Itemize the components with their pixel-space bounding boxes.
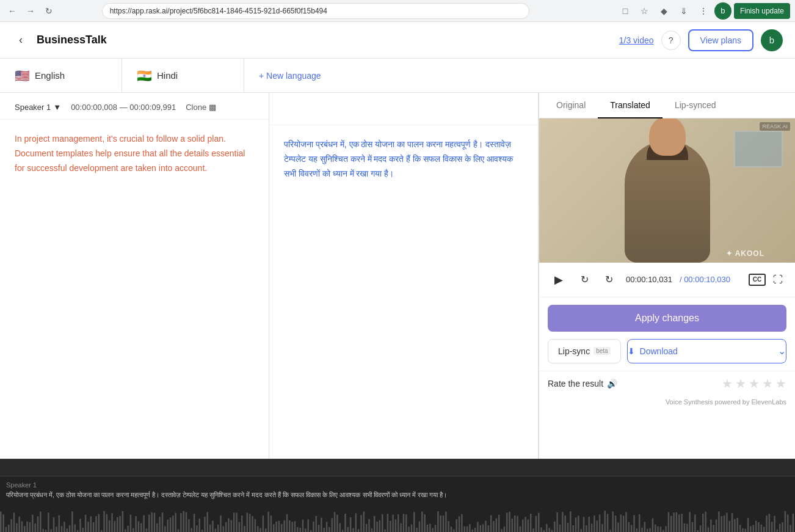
svg-rect-266 — [705, 512, 706, 532]
svg-rect-87 — [231, 520, 233, 532]
svg-rect-13 — [34, 523, 36, 532]
svg-rect-56 — [148, 515, 150, 532]
svg-rect-192 — [509, 512, 510, 532]
hindi-text-content: परियोजना प्रबंधन में, एक ठोस योजना का पा… — [269, 125, 538, 193]
forward-button[interactable]: ↻ — [599, 270, 619, 290]
time-range: 00:00:00,008 — 00:00:09,991 — [71, 103, 176, 112]
svg-rect-92 — [244, 526, 245, 532]
timeline-tracks[interactable]: Speaker 1 परियोजना प्रबंधन में, एक ठोस य… — [0, 476, 795, 532]
english-text[interactable]: In project management, it's crucial to f… — [15, 132, 254, 175]
browser-user-avatar[interactable]: b — [714, 2, 731, 20]
svg-rect-272 — [721, 516, 722, 532]
svg-rect-72 — [191, 528, 192, 532]
svg-rect-44 — [117, 517, 118, 532]
svg-rect-185 — [490, 516, 492, 532]
svg-rect-57 — [151, 512, 153, 532]
english-tab[interactable]: 🇺🇸 English — [0, 59, 122, 92]
svg-rect-271 — [718, 511, 720, 532]
play-button[interactable]: ▶ — [548, 269, 570, 291]
browser-reload-btn[interactable]: ↻ — [42, 4, 56, 18]
speaker-label: Speaker 1 — [15, 103, 51, 112]
apply-changes-button[interactable]: Apply changes — [548, 305, 786, 332]
downloads-icon[interactable]: ⇓ — [675, 2, 692, 20]
svg-rect-7 — [18, 517, 20, 532]
svg-rect-112 — [297, 527, 299, 532]
svg-rect-212 — [562, 512, 564, 532]
svg-rect-51 — [135, 516, 137, 532]
segment-header: Speaker 1 ▼ 00:00:00,008 — 00:00:09,991 … — [0, 93, 269, 120]
svg-rect-64 — [170, 517, 172, 532]
svg-rect-255 — [676, 512, 678, 532]
svg-rect-83 — [220, 516, 222, 532]
browser-forward-btn[interactable]: → — [23, 4, 38, 18]
language-tabs: 🇺🇸 English 🇮🇳 Hindi + New language — [0, 59, 795, 93]
svg-rect-226 — [599, 514, 601, 532]
star-3[interactable]: ★ — [749, 376, 760, 391]
svg-rect-182 — [482, 524, 484, 532]
svg-rect-139 — [368, 519, 370, 532]
finish-update-button[interactable]: Finish update — [734, 3, 790, 19]
svg-rect-62 — [164, 527, 166, 532]
svg-rect-247 — [655, 525, 656, 532]
svg-rect-123 — [326, 522, 328, 532]
svg-rect-196 — [520, 527, 521, 532]
star-5[interactable]: ★ — [775, 376, 786, 391]
svg-rect-260 — [689, 512, 691, 532]
back-button[interactable]: ‹ — [12, 32, 29, 49]
svg-rect-133 — [352, 528, 354, 532]
svg-rect-79 — [209, 525, 211, 532]
svg-rect-239 — [633, 515, 635, 532]
svg-rect-47 — [125, 530, 126, 532]
new-language-button[interactable]: + New language — [244, 59, 336, 92]
svg-rect-275 — [729, 521, 731, 532]
svg-rect-20 — [53, 517, 55, 532]
cc-button[interactable]: CC — [749, 274, 766, 286]
help-button[interactable]: ? — [661, 31, 681, 50]
hindi-tab[interactable]: 🇮🇳 Hindi — [122, 59, 244, 92]
svg-rect-102 — [270, 516, 272, 532]
extensions-icon[interactable]: ◆ — [656, 2, 673, 20]
view-plans-button[interactable]: View plans — [688, 29, 753, 51]
clone-button[interactable]: Clone ▩ — [186, 103, 216, 112]
svg-rect-235 — [623, 516, 625, 532]
video-placeholder: REASK.AI ✦ AKOOL — [539, 118, 795, 263]
svg-rect-85 — [225, 522, 227, 532]
star-4[interactable]: ★ — [762, 376, 773, 391]
svg-rect-9 — [24, 526, 26, 532]
svg-rect-2 — [5, 527, 7, 532]
browser-back-btn[interactable]: ← — [5, 4, 20, 18]
hindi-panel: परियोजना प्रबंधन में, एक ठोस योजना का पा… — [269, 93, 539, 459]
svg-rect-144 — [382, 514, 383, 532]
svg-rect-217 — [575, 517, 577, 532]
url-text: https://app.rask.ai/project/5f6bc814-184… — [110, 7, 327, 15]
star-2[interactable]: ★ — [735, 376, 746, 391]
svg-rect-73 — [194, 514, 195, 532]
fullscreen-button[interactable]: ⛶ — [769, 271, 786, 288]
url-bar[interactable]: https://app.rask.ai/project/5f6bc814-184… — [102, 3, 529, 19]
svg-rect-151 — [400, 523, 402, 532]
svg-rect-70 — [186, 512, 187, 532]
svg-rect-256 — [678, 514, 680, 532]
svg-rect-24 — [64, 522, 65, 532]
rewind-button[interactable]: ↻ — [575, 270, 594, 290]
svg-rect-288 — [763, 527, 765, 532]
tab-original[interactable]: Original — [544, 93, 598, 118]
svg-rect-136 — [360, 515, 362, 532]
hindi-text[interactable]: परियोजना प्रबंधन में, एक ठोस योजना का पा… — [284, 137, 523, 181]
svg-rect-248 — [657, 527, 659, 532]
star-1[interactable]: ★ — [722, 376, 733, 391]
svg-rect-137 — [363, 512, 365, 532]
svg-rect-249 — [660, 527, 662, 532]
settings-icon[interactable]: ⋮ — [695, 2, 712, 20]
svg-rect-113 — [299, 528, 301, 532]
cast-icon[interactable]: □ — [617, 2, 634, 20]
svg-rect-176 — [466, 527, 468, 532]
bookmark-icon[interactable]: ☆ — [636, 2, 653, 20]
speaker-select[interactable]: Speaker 1 ▼ — [15, 103, 61, 112]
star-rating[interactable]: ★ ★ ★ ★ ★ — [722, 376, 786, 391]
download-button[interactable]: ⬇ Download ⌄ — [627, 339, 786, 363]
lip-sync-button[interactable]: Lip-sync beta — [548, 339, 621, 363]
tab-lip-synced[interactable]: Lip-synced — [662, 93, 728, 118]
tab-translated[interactable]: Translated — [598, 93, 662, 118]
svg-rect-48 — [127, 526, 129, 532]
